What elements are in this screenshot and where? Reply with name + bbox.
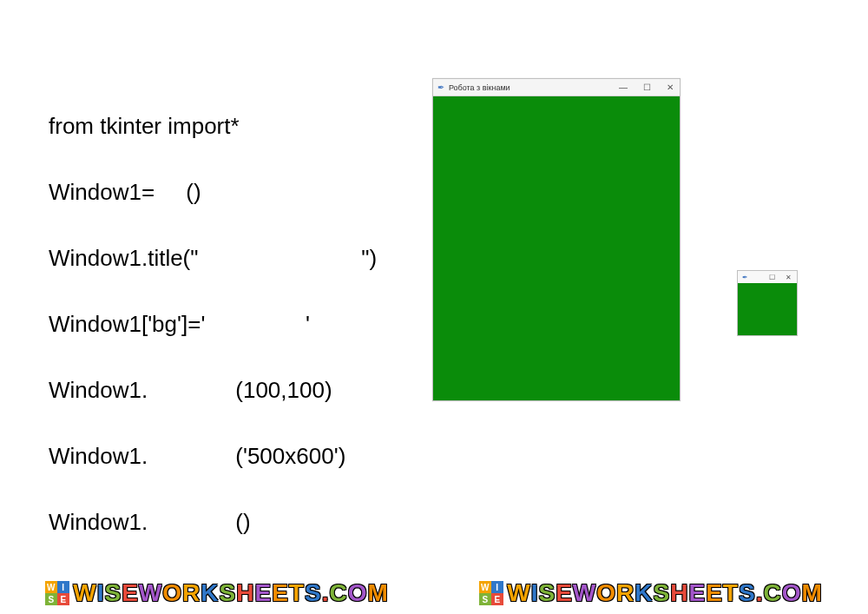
watermark-text: WISEWORKSHEETS.COM [73, 579, 389, 607]
watermark-group-1: WISE WISEWORKSHEETS.COM [45, 579, 389, 607]
watermark-group-2: WISE WISEWORKSHEETS.COM [479, 579, 823, 607]
feather-icon: ✒ [740, 273, 749, 281]
code-line-6: Window1. ('500x600') [49, 439, 377, 472]
code-line-4: Window1['bg']=' ' [49, 307, 377, 340]
titlebar-small: ✒ ☐ ✕ [738, 271, 797, 283]
tkinter-window-small: ✒ ☐ ✕ [737, 270, 798, 336]
watermark-badge-icon: WISE [45, 581, 69, 605]
code-line-2: Window1= () [49, 175, 377, 208]
code-line-7: Window1. () [49, 505, 377, 538]
tkinter-window-large: ✒ Робота з вікнами — ☐ ✕ [432, 78, 681, 401]
maximize-button[interactable]: ☐ [641, 83, 654, 92]
titlebar: ✒ Робота з вікнами — ☐ ✕ [433, 79, 680, 96]
maximize-button[interactable]: ☐ [766, 274, 778, 281]
watermark-text: WISEWORKSHEETS.COM [507, 579, 823, 607]
feather-icon: ✒ [437, 83, 445, 92]
window-content-small [738, 283, 797, 335]
close-button[interactable]: ✕ [783, 274, 794, 281]
minimize-button[interactable]: — [616, 83, 630, 92]
window-content [433, 96, 680, 400]
code-line-5: Window1. (100,100) [49, 373, 377, 406]
window-title: Робота з вікнами [449, 83, 616, 92]
watermark: WISE WISEWORKSHEETS.COM WISE WISEWORKSHE… [0, 579, 868, 607]
code-line-3: Window1.title(" ") [49, 241, 377, 274]
window-controls: — ☐ ✕ [616, 83, 676, 92]
close-button[interactable]: ✕ [664, 83, 676, 92]
watermark-badge-icon: WISE [479, 581, 503, 605]
code-block: from tkinter import* Window1= () Window1… [49, 76, 377, 571]
window-controls-small: ☐ ✕ [766, 274, 794, 281]
code-line-1: from tkinter import* [49, 109, 377, 142]
